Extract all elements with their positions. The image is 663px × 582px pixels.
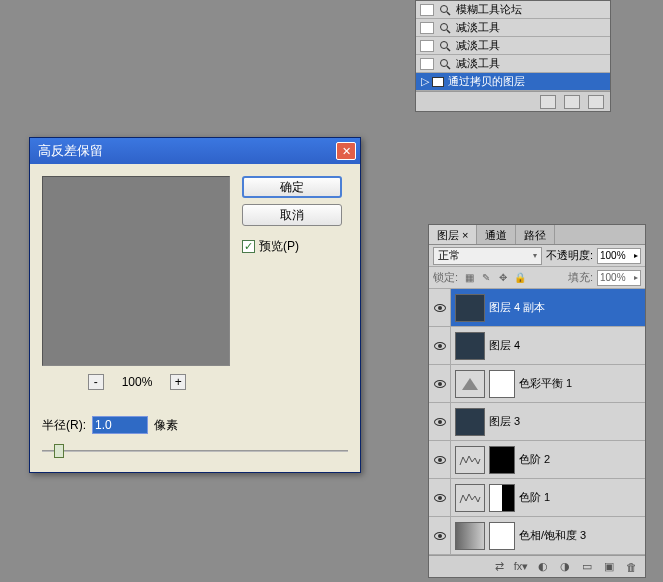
layers-toolbar: ⇄ fx▾ ◐ ◑ ▭ ▣ 🗑 bbox=[429, 555, 645, 577]
layer-row[interactable]: 图层 3 bbox=[429, 403, 645, 441]
chevron-down-icon: ▾ bbox=[533, 251, 537, 260]
lock-label: 锁定: bbox=[433, 270, 458, 285]
history-item[interactable]: 减淡工具 bbox=[416, 37, 610, 55]
high-pass-dialog: 高反差保留 ✕ - 100% + 确定 取消 ✓ 预览(P) 半径(R): 像素 bbox=[29, 137, 361, 473]
layer-mask[interactable] bbox=[489, 370, 515, 398]
visibility-toggle[interactable] bbox=[429, 517, 451, 554]
slider-thumb[interactable] bbox=[54, 444, 64, 458]
history-item[interactable]: 减淡工具 bbox=[416, 19, 610, 37]
layer-row[interactable]: 色阶 1 bbox=[429, 479, 645, 517]
svg-point-4 bbox=[441, 41, 448, 48]
history-item[interactable]: 减淡工具 bbox=[416, 55, 610, 73]
fill-label: 填充: bbox=[568, 270, 593, 285]
layers-tabs: 图层 × 通道 路径 bbox=[429, 225, 645, 245]
visibility-toggle[interactable] bbox=[429, 289, 451, 326]
lock-transparency-icon[interactable]: ▦ bbox=[462, 271, 476, 285]
preview-checkbox-label: 预览(P) bbox=[259, 238, 299, 255]
ok-button[interactable]: 确定 bbox=[242, 176, 342, 198]
blend-mode-select[interactable]: 正常 ▾ bbox=[433, 247, 542, 265]
eye-icon bbox=[434, 418, 446, 426]
history-item-selected[interactable]: ▷ 通过拷贝的图层 bbox=[416, 73, 610, 91]
history-label: 减淡工具 bbox=[456, 56, 500, 71]
history-slot bbox=[420, 40, 434, 52]
zoom-out-button[interactable]: - bbox=[88, 374, 104, 390]
lock-paint-icon[interactable]: ✎ bbox=[479, 271, 493, 285]
history-label: 模糊工具论坛 bbox=[456, 2, 522, 17]
adjustment-layer-button[interactable]: ◑ bbox=[557, 560, 573, 574]
layer-mask-button[interactable]: ◐ bbox=[535, 560, 551, 574]
visibility-toggle[interactable] bbox=[429, 441, 451, 478]
history-new-doc-button[interactable] bbox=[564, 95, 580, 109]
history-panel: 模糊工具论坛 减淡工具 减淡工具 减淡工具 ▷ 通过拷贝的图层 bbox=[415, 0, 611, 112]
history-label: 减淡工具 bbox=[456, 20, 500, 35]
eye-icon bbox=[434, 494, 446, 502]
history-toolbar bbox=[416, 91, 610, 111]
adjustment-thumbnail[interactable] bbox=[455, 522, 485, 550]
layer-group-button[interactable]: ▭ bbox=[579, 560, 595, 574]
link-layers-button[interactable]: ⇄ bbox=[491, 560, 507, 574]
svg-line-1 bbox=[447, 12, 450, 15]
lock-all-icon[interactable]: 🔒 bbox=[513, 271, 527, 285]
layer-copy-icon bbox=[432, 77, 444, 87]
adjustment-thumbnail[interactable] bbox=[455, 484, 485, 512]
fill-input[interactable]: 100%▸ bbox=[597, 270, 641, 286]
new-layer-button[interactable]: ▣ bbox=[601, 560, 617, 574]
dialog-title: 高反差保留 bbox=[38, 142, 103, 160]
layer-row[interactable]: 图层 4 bbox=[429, 327, 645, 365]
preview-image[interactable] bbox=[42, 176, 230, 366]
dialog-titlebar[interactable]: 高反差保留 ✕ bbox=[30, 138, 360, 164]
layer-name: 色彩平衡 1 bbox=[519, 376, 572, 391]
svg-point-2 bbox=[441, 23, 448, 30]
preview-checkbox-row[interactable]: ✓ 预览(P) bbox=[242, 238, 342, 255]
cancel-button[interactable]: 取消 bbox=[242, 204, 342, 226]
history-list: 模糊工具论坛 减淡工具 减淡工具 减淡工具 ▷ 通过拷贝的图层 bbox=[416, 1, 610, 91]
layer-thumbnail[interactable] bbox=[455, 332, 485, 360]
svg-point-6 bbox=[441, 59, 448, 66]
svg-line-5 bbox=[447, 48, 450, 51]
tab-channels[interactable]: 通道 bbox=[477, 225, 516, 244]
radius-input[interactable] bbox=[92, 416, 148, 434]
preview-checkbox[interactable]: ✓ bbox=[242, 240, 255, 253]
history-delete-button[interactable] bbox=[588, 95, 604, 109]
svg-line-7 bbox=[447, 66, 450, 69]
visibility-toggle[interactable] bbox=[429, 365, 451, 402]
layer-mask[interactable] bbox=[489, 484, 515, 512]
layers-panel: 图层 × 通道 路径 正常 ▾ 不透明度: 100%▸ 锁定: ▦ ✎ ✥ 🔒 … bbox=[428, 224, 646, 578]
zoom-in-button[interactable]: + bbox=[170, 374, 186, 390]
history-slot bbox=[420, 4, 434, 16]
layer-name: 图层 4 副本 bbox=[489, 300, 545, 315]
layer-mask[interactable] bbox=[489, 522, 515, 550]
layer-mask[interactable] bbox=[489, 446, 515, 474]
opacity-input[interactable]: 100%▸ bbox=[597, 248, 641, 264]
svg-line-3 bbox=[447, 30, 450, 33]
layer-thumbnail[interactable] bbox=[455, 294, 485, 322]
history-new-snapshot-button[interactable] bbox=[540, 95, 556, 109]
layer-row[interactable]: 色彩平衡 1 bbox=[429, 365, 645, 403]
history-label: 通过拷贝的图层 bbox=[448, 74, 525, 89]
dodge-tool-icon bbox=[438, 58, 452, 70]
eye-icon bbox=[434, 342, 446, 350]
tab-paths[interactable]: 路径 bbox=[516, 225, 555, 244]
adjustment-thumbnail[interactable] bbox=[455, 370, 485, 398]
radius-unit: 像素 bbox=[154, 417, 178, 434]
tab-layers[interactable]: 图层 × bbox=[429, 225, 477, 244]
visibility-toggle[interactable] bbox=[429, 479, 451, 516]
history-item[interactable]: 模糊工具论坛 bbox=[416, 1, 610, 19]
close-button[interactable]: ✕ bbox=[336, 142, 356, 160]
layer-style-button[interactable]: fx▾ bbox=[513, 560, 529, 574]
visibility-toggle[interactable] bbox=[429, 403, 451, 440]
radius-slider[interactable] bbox=[42, 440, 348, 460]
layer-thumbnail[interactable] bbox=[455, 408, 485, 436]
dodge-tool-icon bbox=[438, 22, 452, 34]
layer-row[interactable]: 图层 4 副本 bbox=[429, 289, 645, 327]
layer-name: 图层 3 bbox=[489, 414, 520, 429]
radius-label: 半径(R): bbox=[42, 417, 86, 434]
lock-position-icon[interactable]: ✥ bbox=[496, 271, 510, 285]
visibility-toggle[interactable] bbox=[429, 327, 451, 364]
eye-icon bbox=[434, 380, 446, 388]
adjustment-thumbnail[interactable] bbox=[455, 446, 485, 474]
delete-layer-button[interactable]: 🗑 bbox=[623, 560, 639, 574]
slider-track bbox=[42, 450, 348, 452]
layer-row[interactable]: 色相/饱和度 3 bbox=[429, 517, 645, 555]
layer-row[interactable]: 色阶 2 bbox=[429, 441, 645, 479]
